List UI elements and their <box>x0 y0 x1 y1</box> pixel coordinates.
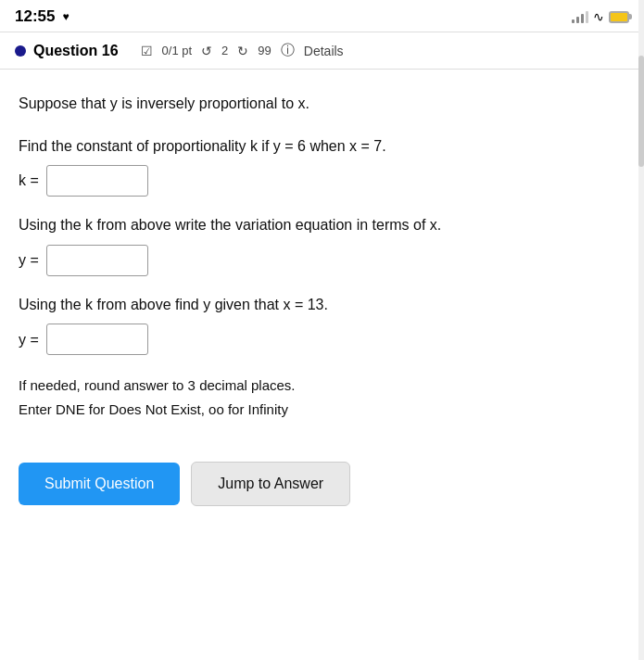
y1-input[interactable] <box>46 245 148 276</box>
part3-section: Using the k from above find y given that… <box>19 293 625 356</box>
signal-bar-3 <box>581 14 584 23</box>
k-label: k = <box>19 169 39 193</box>
wifi-icon: ∿ <box>593 9 604 24</box>
signal-bar-2 <box>576 17 579 23</box>
heart-icon: ♥ <box>62 10 69 23</box>
part1-text: Find the constant of proportionality k i… <box>19 134 625 159</box>
part1-section: Find the constant of proportionality k i… <box>19 134 625 197</box>
page-wrapper: 12:55 ♥ ∿ Question 16 ☑ 0/1 pt ↺ 2 ↻ 99 … <box>0 0 644 660</box>
main-content: Suppose that y is inversely proportional… <box>0 70 644 462</box>
y2-input-row: y = <box>19 324 625 355</box>
header-meta: ☑ 0/1 pt ↺ 2 ↻ 99 ⓘ Details <box>141 42 344 59</box>
scrollbar-track <box>638 0 644 660</box>
jump-to-answer-button[interactable]: Jump to Answer <box>191 462 350 506</box>
battery-icon <box>609 11 629 23</box>
details-link[interactable]: Details <box>304 44 344 58</box>
info-icon[interactable]: ⓘ <box>281 42 295 59</box>
note-section: If needed, round answer to 3 decimal pla… <box>19 374 625 421</box>
scrollbar-thumb[interactable] <box>638 56 644 167</box>
submit-button[interactable]: Submit Question <box>19 463 180 505</box>
k-input[interactable] <box>46 165 148 197</box>
signal-bar-1 <box>572 19 575 23</box>
y2-input[interactable] <box>46 324 148 355</box>
y1-label: y = <box>19 248 39 273</box>
button-row: Submit Question Jump to Answer <box>0 462 644 525</box>
retries-text: 2 <box>221 44 228 57</box>
score-text: 0/1 pt <box>162 44 193 57</box>
part2-section: Using the k from above write the variati… <box>19 213 625 276</box>
attempts-text: 99 <box>258 44 271 57</box>
refresh-icon: ↻ <box>237 44 248 58</box>
note-line2: Enter DNE for Does Not Exist, oo for Inf… <box>19 398 625 422</box>
question-dot-icon <box>15 45 26 57</box>
k-input-row: k = <box>19 165 625 197</box>
intro-text: Suppose that y is inversely proportional… <box>19 92 625 116</box>
y1-input-row: y = <box>19 245 625 276</box>
note-line1: If needed, round answer to 3 decimal pla… <box>19 374 625 398</box>
status-bar: 12:55 ♥ ∿ <box>0 0 644 32</box>
part3-text: Using the k from above find y given that… <box>19 293 625 317</box>
y2-label: y = <box>19 328 39 352</box>
score-icon: ☑ <box>141 44 153 58</box>
part2-text: Using the k from above write the variati… <box>19 213 625 237</box>
signal-bar-4 <box>586 11 588 23</box>
question-header: Question 16 ☑ 0/1 pt ↺ 2 ↻ 99 ⓘ Details <box>0 32 644 70</box>
question-title: Question 16 <box>33 43 119 59</box>
signal-bars-icon <box>572 10 588 23</box>
status-icons: ∿ <box>572 9 629 24</box>
problem-intro: Suppose that y is inversely proportional… <box>19 92 625 116</box>
retry-icon: ↺ <box>201 44 212 58</box>
status-time: 12:55 <box>15 7 55 26</box>
